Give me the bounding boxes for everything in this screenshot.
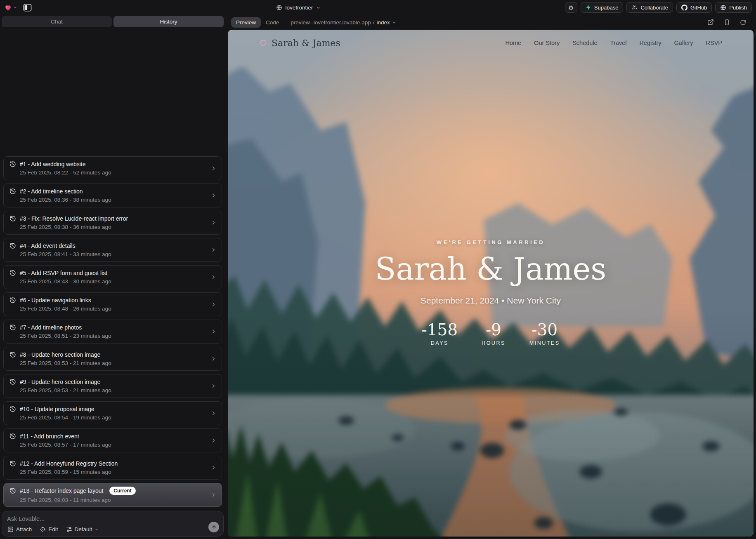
history-item-timestamp: 25 Feb 2025, 08:51 - 23 minutes ago [20, 333, 216, 339]
countdown-label: HOURS [482, 340, 506, 346]
history-icon [9, 487, 16, 494]
site-nav-link[interactable]: RSVP [706, 40, 723, 46]
countdown-unit: -30 MINUTES [529, 320, 560, 346]
url-host: preview--lovefrontier.lovable.app [291, 19, 371, 26]
history-item-timestamp: 25 Feb 2025, 08:57 - 17 minutes ago [20, 442, 216, 448]
preview-url[interactable]: preview--lovefrontier.lovable.app / inde… [291, 19, 396, 26]
history-item[interactable]: #6 - Update navigation links 25 Feb 2025… [3, 292, 222, 316]
history-icon [9, 324, 16, 331]
history-item-timestamp: 25 Feb 2025, 08:41 - 33 minutes ago [20, 251, 216, 257]
url-path: index [376, 19, 390, 26]
history-item-title: #13 - Refactor index page layout [20, 487, 103, 494]
hero-eyebrow: WE'RE GETTING MARRIED [437, 239, 545, 245]
site-brand[interactable]: Sarah & James [259, 38, 340, 48]
tab-code[interactable]: Code [261, 17, 284, 28]
history-item-title: #3 - Fix: Resolve Lucide-react import er… [20, 215, 128, 222]
site-header: Sarah & James HomeOur StoryScheduleTrave… [228, 30, 754, 56]
chevron-down-icon [392, 20, 397, 25]
history-item-title: #6 - Update navigation links [20, 297, 91, 304]
lovable-logo-menu[interactable] [4, 4, 17, 12]
history-item[interactable]: #8 - Update hero section image 25 Feb 20… [3, 347, 222, 371]
history-item-timestamp: 25 Feb 2025, 08:22 - 52 minutes ago [20, 169, 216, 176]
countdown-value: -30 [532, 320, 558, 339]
preview-panel: Preview Code preview--lovefrontier.lovab… [225, 15, 756, 539]
chevron-right-icon [210, 329, 217, 335]
history-item[interactable]: #5 - Add RSVP form and guest list 25 Feb… [3, 265, 222, 289]
publish-button[interactable]: Publish [715, 2, 752, 13]
site-nav-link[interactable]: Our Story [534, 40, 560, 46]
refresh-icon[interactable] [740, 19, 746, 26]
history-icon [9, 215, 16, 222]
history-item-title: #5 - Add RSVP form and guest list [20, 270, 107, 276]
sidebar-toggle-button[interactable] [23, 4, 32, 12]
site-nav-link[interactable]: Registry [639, 40, 661, 46]
github-label: GitHub [690, 5, 707, 11]
tab-preview[interactable]: Preview [231, 17, 261, 28]
history-item[interactable]: #3 - Fix: Resolve Lucide-react import er… [3, 211, 222, 235]
project-name: lovefrontier [286, 5, 313, 11]
history-item[interactable]: #7 - Add timeline photos 25 Feb 2025, 08… [3, 320, 222, 344]
history-item[interactable]: #1 - Add wedding website 25 Feb 2025, 08… [3, 156, 222, 180]
site-nav-link[interactable]: Schedule [572, 40, 597, 46]
topbar: lovefrontier ⚙ Supabase Collaborate GitH… [0, 0, 756, 15]
history-item[interactable]: #9 - Update hero section image 25 Feb 20… [3, 374, 222, 398]
history-item-timestamp: 25 Feb 2025, 08:53 - 21 minutes ago [20, 387, 216, 393]
history-icon [9, 433, 16, 440]
collaborate-button[interactable]: Collaborate [626, 2, 673, 13]
open-external-icon[interactable] [707, 19, 714, 26]
edit-select-button[interactable]: Edit [40, 526, 58, 532]
history-item[interactable]: #13 - Refactor index page layout Current… [3, 483, 222, 507]
history-icon [9, 242, 16, 249]
send-button[interactable] [208, 522, 219, 532]
mode-label: Default [75, 526, 92, 532]
history-item[interactable]: #2 - Add timeline section 25 Feb 2025, 0… [3, 184, 222, 207]
history-item-timestamp: 25 Feb 2025, 08:54 - 19 minutes ago [20, 414, 216, 421]
hero-date-location: September 21, 2024 • New York City [421, 296, 561, 306]
countdown-unit: -158 DAYS [421, 320, 458, 346]
history-item[interactable]: #10 - Update proposal image 25 Feb 2025,… [3, 401, 222, 425]
history-item-timestamp: 25 Feb 2025, 08:43 - 30 minutes ago [20, 278, 216, 285]
url-separator: / [373, 19, 375, 26]
history-item[interactable]: #12 - Add Honeyfund Registry Section 25 … [3, 456, 222, 480]
site-nav-link[interactable]: Gallery [674, 40, 693, 46]
collaborate-label: Collaborate [640, 5, 668, 11]
preview-toolbar: Preview Code preview--lovefrontier.lovab… [228, 15, 754, 30]
github-button[interactable]: GitHub [676, 2, 712, 13]
supabase-bolt-icon [586, 5, 591, 10]
attach-image-icon [7, 526, 14, 532]
site-nav: HomeOur StoryScheduleTravelRegistryGalle… [505, 40, 722, 46]
mode-selector[interactable]: Default [66, 526, 99, 532]
history-item[interactable]: #4 - Add event details 25 Feb 2025, 08:4… [3, 238, 222, 262]
history-item-title: #7 - Add timeline photos [20, 324, 82, 331]
supabase-button[interactable]: Supabase [581, 2, 624, 13]
project-selector[interactable]: lovefrontier [276, 5, 321, 11]
site-brand-label: Sarah & James [272, 38, 340, 48]
history-icon [9, 460, 16, 467]
mobile-preview-icon[interactable] [724, 19, 730, 26]
chevron-right-icon [210, 356, 217, 362]
preview-viewport: Sarah & James HomeOur StoryScheduleTrave… [228, 30, 754, 537]
tab-history[interactable]: History [113, 16, 224, 27]
history-item[interactable]: #11 - Add brunch event 25 Feb 2025, 08:5… [3, 428, 222, 452]
countdown-unit: -9 HOURS [482, 320, 506, 346]
countdown-label: MINUTES [529, 340, 560, 346]
countdown-value: -158 [421, 320, 458, 339]
tab-chat[interactable]: Chat [2, 16, 112, 27]
collaborate-users-icon [631, 5, 638, 10]
target-icon [40, 526, 46, 532]
prompt-input[interactable]: Ask Lovable... [7, 515, 218, 522]
history-item-title: #1 - Add wedding website [20, 161, 86, 167]
site-nav-link[interactable]: Travel [610, 40, 627, 46]
edit-label: Edit [48, 526, 58, 532]
chevron-right-icon [210, 193, 217, 199]
countdown-value: -9 [486, 320, 501, 339]
chevron-right-icon [210, 492, 217, 498]
chevron-right-icon [210, 274, 217, 280]
history-item-timestamp: 25 Feb 2025, 09:03 - 11 minutes ago [20, 497, 216, 503]
attach-button[interactable]: Attach [7, 526, 32, 532]
history-item-title: #4 - Add event details [20, 242, 76, 249]
settings-button[interactable]: ⚙ [565, 2, 577, 13]
chat-history-panel: Chat History #1 - Add wedding website 25… [0, 15, 225, 539]
prompt-composer[interactable]: Ask Lovable... Attach Edit [2, 511, 224, 537]
site-nav-link[interactable]: Home [505, 40, 521, 46]
